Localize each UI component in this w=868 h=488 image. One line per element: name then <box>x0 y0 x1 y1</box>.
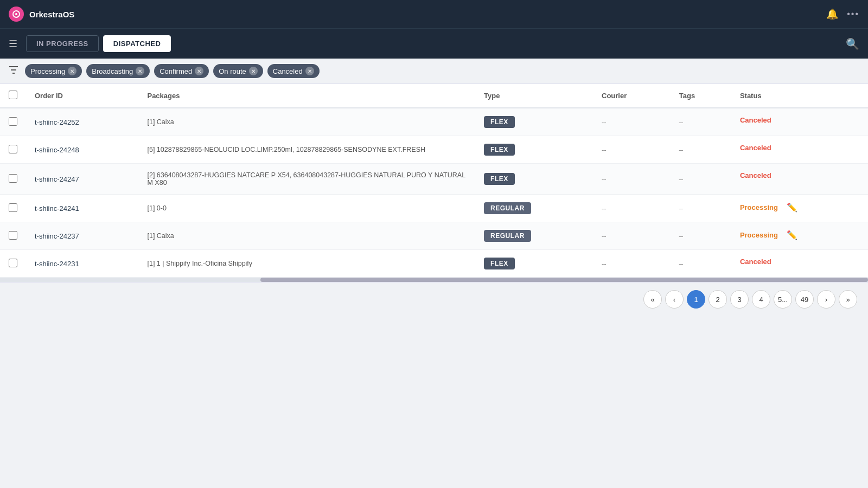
table-header-row: Order ID Packages Type Courier Tags Stat… <box>0 84 868 108</box>
tags-cell: – <box>671 108 731 136</box>
type-cell: FLEX <box>475 250 593 278</box>
remove-confirmed-filter[interactable]: ✕ <box>195 67 203 75</box>
courier-cell: -- <box>593 195 671 222</box>
remove-on-route-filter[interactable]: ✕ <box>249 67 258 75</box>
tab-in-progress[interactable]: IN PROGRESS <box>26 35 99 52</box>
table-row: t-shiinc-24247[2] 636408043287-HUGGIES N… <box>0 164 868 195</box>
row-checkbox-cell-4[interactable] <box>0 222 26 250</box>
table-row: t-shiinc-24252[1] CaixaFLEX--–Canceled <box>0 108 868 136</box>
row-checkbox-2[interactable] <box>9 174 17 183</box>
more-icon[interactable]: ••• <box>847 9 859 19</box>
row-checkbox-1[interactable] <box>9 145 17 153</box>
packages-cell: [1] Caixa <box>138 108 475 136</box>
toolbar: ☰ IN PROGRESS DISPATCHED 🔍 <box>0 28 868 59</box>
filter-icon[interactable] <box>9 65 18 78</box>
select-all-header[interactable] <box>0 84 26 108</box>
status-cell: Canceled <box>731 136 868 159</box>
row-checkbox-cell-2[interactable] <box>0 164 26 195</box>
remove-processing-filter[interactable]: ✕ <box>68 67 76 75</box>
table-row: t-shiinc-24248[5] 102878829865-NEOLUCID … <box>0 136 868 164</box>
row-checkbox-cell-5[interactable] <box>0 250 26 278</box>
order-id-cell[interactable]: t-shiinc-24252 <box>26 108 138 136</box>
row-checkbox-cell-0[interactable] <box>0 108 26 136</box>
tags-cell: – <box>671 164 731 195</box>
order-id-cell[interactable]: t-shiinc-24247 <box>26 164 138 195</box>
status-badge: Canceled <box>740 171 771 179</box>
status-badge: Processing <box>740 203 778 211</box>
type-badge: REGULAR <box>484 202 531 214</box>
packages-cell: [5] 102878829865-NEOLUCID LOC.LIMP.250ml… <box>138 136 475 164</box>
svg-point-1 <box>15 13 17 15</box>
page-5-button[interactable]: 5... <box>774 290 792 309</box>
order-id-cell[interactable]: t-shiinc-24237 <box>26 222 138 250</box>
filter-chip-confirmed[interactable]: Confirmed ✕ <box>154 64 209 78</box>
order-id-cell[interactable]: t-shiinc-24248 <box>26 136 138 164</box>
select-all-checkbox[interactable] <box>9 91 17 99</box>
row-checkbox-5[interactable] <box>9 259 17 267</box>
row-checkbox-3[interactable] <box>9 203 17 212</box>
table-row: t-shiinc-24237[1] CaixaREGULAR--–Process… <box>0 222 868 250</box>
app-title: OrkestraOS <box>29 10 74 19</box>
remove-canceled-filter[interactable]: ✕ <box>305 67 314 75</box>
menu-icon[interactable]: ☰ <box>9 38 17 50</box>
order-id-cell[interactable]: t-shiinc-24231 <box>26 250 138 278</box>
filter-chip-canceled[interactable]: Canceled ✕ <box>267 64 320 78</box>
status-cell: Processing✏️ <box>731 222 868 248</box>
search-icon[interactable]: 🔍 <box>846 37 859 50</box>
row-checkbox-cell-1[interactable] <box>0 136 26 164</box>
packages-cell: [1] Caixa <box>138 222 475 250</box>
courier-cell: -- <box>593 250 671 278</box>
top-navigation: OrkestraOS 🔔 ••• <box>0 0 868 28</box>
status-badge: Canceled <box>740 116 771 124</box>
type-cell: REGULAR <box>475 195 593 222</box>
row-checkbox-cell-3[interactable] <box>0 195 26 222</box>
scroll-thumb[interactable] <box>260 278 868 282</box>
status-badge: Canceled <box>740 144 771 152</box>
edit-icon[interactable]: ✏️ <box>787 202 797 213</box>
courier-cell: -- <box>593 136 671 164</box>
type-cell: REGULAR <box>475 222 593 250</box>
status-cell: Canceled <box>731 250 868 273</box>
tags-cell: – <box>671 195 731 222</box>
order-id-cell[interactable]: t-shiinc-24241 <box>26 195 138 222</box>
orders-table: Order ID Packages Type Courier Tags Stat… <box>0 84 868 278</box>
row-checkbox-4[interactable] <box>9 231 17 240</box>
next-page-button[interactable]: › <box>817 290 835 309</box>
type-badge: FLEX <box>484 173 515 185</box>
filter-chip-on-route[interactable]: On route ✕ <box>213 64 263 78</box>
courier-cell: -- <box>593 108 671 136</box>
table-row: t-shiinc-24241[1] 0-0REGULAR--–Processin… <box>0 195 868 222</box>
remove-broadcasting-filter[interactable]: ✕ <box>136 67 144 75</box>
type-cell: FLEX <box>475 108 593 136</box>
type-badge: FLEX <box>484 258 515 269</box>
col-status: Status <box>731 84 868 108</box>
packages-cell: [1] 0-0 <box>138 195 475 222</box>
type-cell: FLEX <box>475 136 593 164</box>
last-page-button[interactable]: » <box>839 290 857 309</box>
tab-dispatched[interactable]: DISPATCHED <box>103 35 171 52</box>
horizontal-scrollbar[interactable] <box>0 278 868 282</box>
edit-icon[interactable]: ✏️ <box>787 230 797 240</box>
status-cell: Canceled <box>731 108 868 132</box>
bell-icon[interactable]: 🔔 <box>826 8 838 20</box>
col-courier: Courier <box>593 84 671 108</box>
row-checkbox-0[interactable] <box>9 117 17 126</box>
courier-cell: -- <box>593 164 671 195</box>
page-2-button[interactable]: 2 <box>709 290 727 309</box>
page-1-button[interactable]: 1 <box>687 290 705 309</box>
page-49-button[interactable]: 49 <box>795 290 814 309</box>
app-logo <box>9 7 24 22</box>
nav-actions: 🔔 ••• <box>826 8 859 20</box>
type-badge: FLEX <box>484 144 515 156</box>
type-badge: FLEX <box>484 116 515 128</box>
col-type: Type <box>475 84 593 108</box>
packages-cell: [1] 1 | Shippify Inc.-Oficina Shippify <box>138 250 475 278</box>
page-3-button[interactable]: 3 <box>730 290 749 309</box>
status-cell: Processing✏️ <box>731 195 868 220</box>
page-4-button[interactable]: 4 <box>752 290 770 309</box>
filter-chip-broadcasting[interactable]: Broadcasting ✕ <box>86 64 150 78</box>
prev-page-button[interactable]: ‹ <box>665 290 684 309</box>
col-packages: Packages <box>138 84 475 108</box>
first-page-button[interactable]: « <box>643 290 662 309</box>
filter-chip-processing[interactable]: Processing ✕ <box>25 64 82 78</box>
